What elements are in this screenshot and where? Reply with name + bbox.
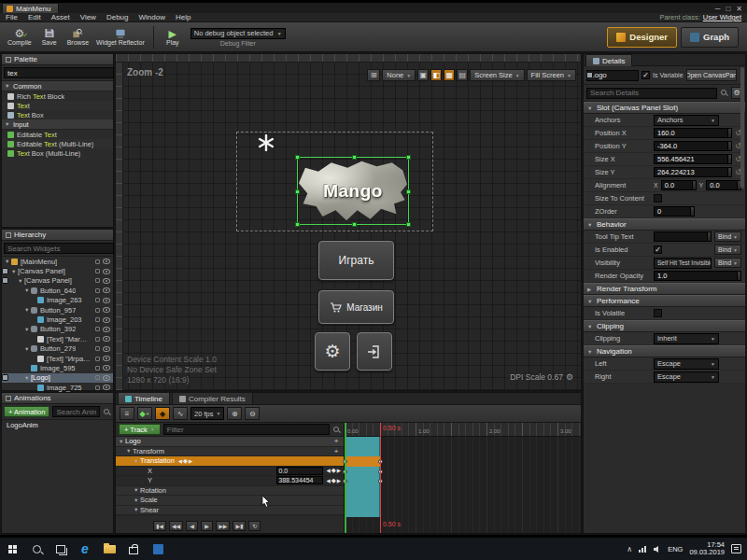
selection-handle[interactable] — [352, 155, 357, 160]
expand-arrow-icon[interactable]: ▼ — [126, 448, 133, 454]
selection-handle[interactable] — [406, 222, 411, 227]
timeline-track-row[interactable]: ▼Shear — [116, 506, 344, 516]
hierarchy-row[interactable]: Image_203 — [2, 315, 113, 324]
lock-icon[interactable] — [95, 346, 100, 351]
hierarchy-row[interactable]: Image_725 — [2, 383, 113, 392]
zoom-in-icon[interactable]: ⊕ — [227, 407, 242, 420]
go-to-front-button[interactable]: ▮◀ — [153, 521, 166, 531]
tab-timeline[interactable]: Timeline — [118, 392, 170, 404]
palette-item[interactable]: Text Box (Multi-Line) — [2, 148, 113, 158]
lock-icon[interactable] — [95, 337, 100, 342]
selection-handle[interactable] — [295, 189, 300, 194]
visibility-eye-icon[interactable] — [103, 269, 110, 274]
menu-help[interactable]: Help — [176, 13, 190, 21]
add-animation-button[interactable]: + Animation — [4, 406, 49, 417]
start-button[interactable] — [0, 538, 24, 560]
visibility-eye-icon[interactable] — [103, 375, 110, 381]
play-button[interactable]: ▶ — [201, 521, 213, 531]
graph-mode-button[interactable]: Graph — [681, 27, 739, 48]
palette-item[interactable]: Rich Text Block — [2, 91, 113, 101]
bind-button[interactable]: Bind ▼ — [714, 245, 741, 255]
safe-zone-icon[interactable]: ▤ — [457, 69, 468, 81]
position-x-field[interactable]: 160.0 — [654, 128, 732, 138]
hierarchy-row[interactable]: Image_595 — [2, 363, 113, 372]
volume-icon[interactable] — [653, 545, 661, 553]
compile-button[interactable]: ⚙✓ Compile — [4, 24, 35, 50]
section-render-transform[interactable]: ▶ Render Transform — [584, 283, 745, 295]
animations-header[interactable]: Animations — [2, 393, 113, 404]
add-key-icon[interactable]: ◆+ — [137, 407, 152, 420]
localization-preview-icon[interactable]: ▣ — [417, 69, 429, 81]
go-to-end-button[interactable]: ▶▮ — [233, 521, 246, 531]
hierarchy-row[interactable]: ▼Button_640 — [2, 286, 113, 295]
timeline-options-icon[interactable]: ≡ — [120, 407, 134, 420]
keyframe-controls[interactable]: ◀◆▶ — [327, 467, 341, 474]
expand-arrow-icon[interactable]: ▼ — [134, 507, 140, 512]
widget-reflector-button[interactable]: Widget Reflector — [92, 24, 148, 50]
menu-view[interactable]: View — [80, 13, 96, 21]
expand-arrow-icon[interactable]: ▼ — [134, 487, 140, 493]
is-volatile-checkbox[interactable] — [654, 309, 662, 317]
selection-handle[interactable] — [406, 189, 411, 194]
lock-icon[interactable] — [95, 288, 100, 293]
hierarchy-row[interactable]: ▼[MainMenu] — [2, 257, 113, 266]
designer-mode-button[interactable]: Designer — [607, 27, 677, 48]
selection-handle[interactable] — [295, 155, 300, 160]
curves-icon[interactable]: ∿ — [173, 407, 188, 420]
details-scrollbar[interactable] — [740, 67, 744, 189]
preview-settings-button[interactable]: ⚙ — [315, 332, 350, 371]
palette-section-input[interactable]: ▼Input — [2, 119, 113, 130]
tab-details[interactable]: Details — [585, 54, 632, 66]
frame-forward-button[interactable]: ▶▶ — [216, 521, 230, 531]
clock[interactable]: 17:54 09.03.2019 — [689, 541, 725, 556]
lock-icon[interactable] — [95, 385, 100, 390]
app-button[interactable] — [146, 538, 170, 560]
expand-arrow-icon[interactable]: ▼ — [24, 307, 31, 313]
fill-screen-dropdown[interactable]: Fill Screen ▼ — [527, 69, 576, 81]
menu-edit[interactable]: Edit — [28, 13, 41, 21]
selection-handle[interactable] — [295, 222, 300, 227]
expand-arrow-icon[interactable]: ▼ — [24, 346, 31, 352]
lock-icon[interactable] — [95, 278, 100, 283]
visibility-eye-icon[interactable] — [103, 336, 110, 342]
dpi-scale-indicator[interactable]: DPI Scale 0.67 ⚙ — [510, 372, 573, 382]
grid-snap-icon[interactable]: ⊞ — [367, 69, 380, 81]
visibility-eye-icon[interactable] — [103, 278, 110, 284]
add-sub-track-button[interactable]: + — [331, 447, 341, 455]
tooltip-text-field[interactable] — [654, 231, 712, 242]
hierarchy-row[interactable]: ▼[Canvas Panel] — [2, 276, 113, 286]
timeline-track-row[interactable]: ▼Translation◀◆▶ — [116, 456, 344, 467]
expand-arrow-icon[interactable]: ▼ — [24, 287, 31, 293]
bind-button[interactable]: Bind ▼ — [714, 231, 741, 242]
visibility-eye-icon[interactable] — [103, 298, 110, 303]
preview-exit-button[interactable] — [357, 332, 392, 371]
expand-arrow-icon[interactable]: ▼ — [134, 497, 140, 503]
screen-size-dropdown[interactable]: Screen Size ▼ — [470, 69, 524, 81]
asset-tab-mainmenu[interactable]: MainMenu — [2, 3, 59, 13]
section-clipping[interactable]: ▼ Clipping — [584, 320, 745, 332]
tab-compiler-results[interactable]: Compiler Results — [172, 392, 253, 404]
anchors-dropdown[interactable]: Anchors ▼ — [654, 115, 719, 126]
outline-toggle-icon[interactable]: ▦ — [444, 69, 455, 81]
zorder-field[interactable]: 0 — [654, 206, 695, 217]
animation-search-input[interactable] — [52, 406, 100, 417]
menu-debug[interactable]: Debug — [106, 13, 129, 21]
preview-shop-button[interactable]: Магазин — [318, 290, 394, 324]
auto-key-icon[interactable]: ◆ — [155, 407, 170, 420]
lock-icon[interactable] — [95, 375, 100, 380]
preview-play-button[interactable]: Играть — [318, 241, 394, 280]
hierarchy-header[interactable]: Hierarchy — [2, 230, 113, 241]
visibility-eye-icon[interactable] — [103, 259, 110, 264]
visibility-eye-icon[interactable] — [103, 356, 110, 361]
timeline-track-row[interactable]: ▼Logo+ — [116, 437, 344, 447]
palette-item[interactable]: Text — [2, 101, 113, 110]
hierarchy-row[interactable]: [Text] "Играть" — [2, 354, 113, 363]
expand-arrow-icon[interactable]: ▼ — [5, 259, 11, 264]
palette-item[interactable]: Editable Text (Multi-Line) — [2, 139, 113, 148]
animation-item[interactable]: LogoAnim — [2, 420, 113, 430]
palette-item[interactable]: Text Box — [2, 110, 113, 119]
size-y-field[interactable]: 264.224213 — [654, 167, 732, 177]
designer-viewport[interactable]: Zoom -2 ⊞ None ▼ ▣ ◧ ▦ ▤ Screen Size ▼ F… — [115, 53, 582, 391]
palette-section-common[interactable]: ▼Common — [2, 81, 113, 91]
lock-icon[interactable] — [95, 327, 100, 331]
